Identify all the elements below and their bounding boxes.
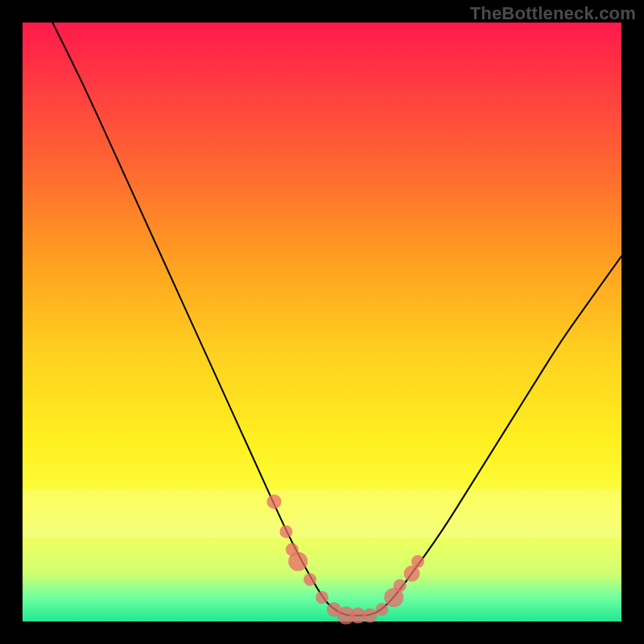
- marker-dot: [411, 555, 424, 568]
- marker-dot: [363, 609, 378, 623]
- marker-group: [267, 494, 425, 624]
- marker-dot: [394, 579, 407, 592]
- chart-overlay: [23, 23, 621, 621]
- bottleneck-curve: [52, 23, 621, 616]
- marker-dot: [375, 603, 388, 616]
- marker-dot: [279, 525, 292, 538]
- marker-dot: [316, 591, 328, 604]
- marker-dot: [303, 573, 316, 586]
- plot-area: [23, 23, 621, 621]
- marker-dot: [267, 494, 282, 509]
- chart-frame: TheBottleneck.com: [0, 0, 644, 644]
- marker-dot: [288, 552, 308, 572]
- watermark-text: TheBottleneck.com: [470, 3, 636, 24]
